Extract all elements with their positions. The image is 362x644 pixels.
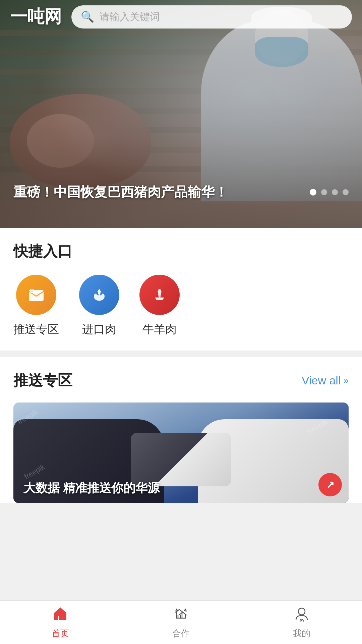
push-card[interactable]: freepik freepik freepik 大数据 精准推送你的华源 ↗	[13, 402, 349, 503]
view-all-chevron-icon: »	[343, 375, 349, 386]
view-all-text: View all	[302, 374, 341, 387]
quick-entries-list: 推送专区 进口肉 牛羊肉	[13, 275, 349, 337]
banner-caption: 重磅！中国恢复巴西猪肉产品输华！	[0, 183, 362, 201]
top-bar: 一吨网 🔍 请输入关键词	[0, 0, 362, 34]
meat-label: 牛羊肉	[142, 322, 177, 337]
push-card-caption: 大数据 精准推送你的华源	[23, 480, 322, 496]
import-label: 进口肉	[82, 322, 116, 337]
push-label: 推送专区	[13, 322, 59, 337]
fab-icon: ↗	[326, 479, 334, 490]
home-label: 首页	[52, 628, 69, 639]
push-icon	[16, 275, 56, 315]
bottom-nav: 首页 合作 我的	[0, 600, 362, 644]
push-card-fab[interactable]: ↗	[318, 473, 342, 496]
home-icon	[52, 605, 69, 625]
search-bar[interactable]: 🔍 请输入关键词	[71, 5, 352, 29]
quick-entry-title: 快捷入口	[13, 241, 349, 261]
banner-dot-2[interactable]	[321, 189, 327, 195]
push-section-title: 推送专区	[13, 371, 72, 390]
svg-rect-5	[31, 291, 33, 291]
meat-icon	[139, 275, 180, 315]
quick-entry-meat[interactable]: 牛羊肉	[139, 275, 180, 337]
quick-entry-section: 快捷入口 推送专区	[0, 228, 362, 351]
nav-home[interactable]: 首页	[0, 605, 121, 639]
banner-dots	[310, 189, 349, 196]
svg-point-15	[298, 608, 305, 615]
svg-rect-10	[59, 616, 62, 620]
me-icon	[293, 605, 310, 625]
search-placeholder: 请输入关键词	[100, 10, 160, 24]
nav-collab[interactable]: 合作	[121, 605, 241, 639]
svg-point-6	[98, 291, 101, 294]
view-all-button[interactable]: View all »	[302, 374, 349, 387]
svg-point-8	[158, 289, 161, 292]
quick-entry-import[interactable]: 进口肉	[79, 275, 119, 337]
collab-label: 合作	[172, 628, 190, 639]
search-icon: 🔍	[81, 10, 94, 23]
me-label: 我的	[293, 628, 310, 639]
banner-dot-1[interactable]	[310, 189, 316, 196]
svg-rect-9	[155, 298, 164, 299]
banner-dot-4[interactable]	[343, 189, 349, 195]
hero-banner: 一吨网 🔍 请输入关键词 重磅！中国恢复巴西猪肉产品输华！	[0, 0, 362, 228]
app-logo: 一吨网	[10, 5, 61, 29]
quick-entry-push[interactable]: 推送专区	[13, 275, 59, 337]
collab-icon	[173, 605, 189, 625]
import-icon	[79, 275, 119, 315]
push-section-header: 推送专区 View all »	[13, 371, 349, 390]
handshake-center	[131, 433, 231, 486]
push-section: 推送专区 View all » freepik freepik freepik …	[0, 357, 362, 503]
svg-rect-4	[31, 289, 33, 290]
nav-me[interactable]: 我的	[241, 605, 362, 639]
banner-title: 重磅！中国恢复巴西猪肉产品输华！	[13, 183, 228, 201]
banner-dot-3[interactable]	[332, 189, 338, 195]
